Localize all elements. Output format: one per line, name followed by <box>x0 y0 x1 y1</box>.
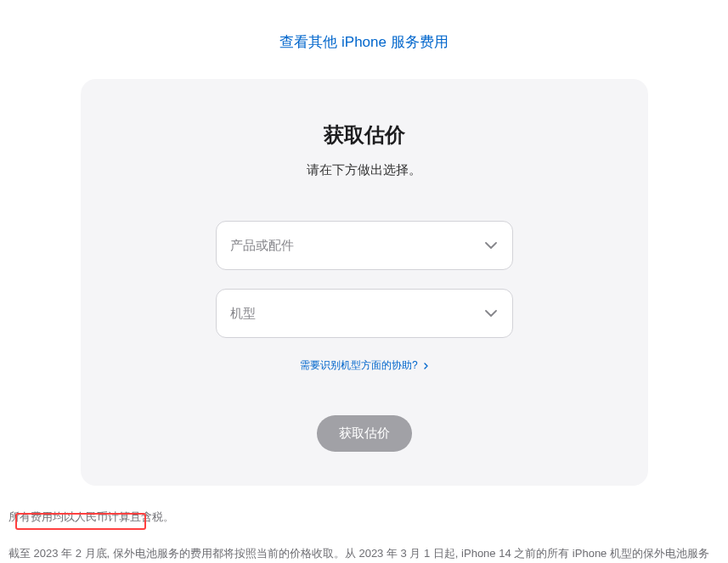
chevron-right-icon <box>424 360 428 372</box>
footer-text: 所有费用均以人民币计算且含税。 截至 2023 年 2 月底, 保外电池服务的费… <box>8 507 720 563</box>
footer-line-2: 截至 2023 年 2 月底, 保外电池服务的费用都将按照当前的价格收取。从 2… <box>8 543 720 563</box>
model-select[interactable]: 机型 <box>216 289 513 338</box>
chevron-down-icon <box>485 242 497 249</box>
product-select[interactable]: 产品或配件 <box>216 221 513 270</box>
model-select-placeholder: 机型 <box>230 306 256 322</box>
top-link-container: 查看其他 iPhone 服务费用 <box>0 0 728 69</box>
model-select-wrapper: 机型 <box>216 289 513 338</box>
product-select-wrapper: 产品或配件 <box>216 221 513 270</box>
card-title: 获取估价 <box>115 121 614 149</box>
chevron-down-icon <box>485 310 497 317</box>
product-select-placeholder: 产品或配件 <box>230 238 294 254</box>
identify-model-help-link[interactable]: 需要识别机型方面的协助? <box>300 359 428 371</box>
estimate-card: 获取估价 请在下方做出选择。 产品或配件 机型 需要识别机型方面的协助? 获取估… <box>81 79 648 486</box>
card-subtitle: 请在下方做出选择。 <box>115 162 614 178</box>
help-link-container: 需要识别机型方面的协助? <box>115 357 614 373</box>
other-services-link[interactable]: 查看其他 iPhone 服务费用 <box>279 34 448 50</box>
footer-line-1: 所有费用均以人民币计算且含税。 <box>8 507 720 528</box>
help-link-label: 需要识别机型方面的协助? <box>300 359 418 371</box>
get-estimate-button[interactable]: 获取估价 <box>317 415 412 452</box>
